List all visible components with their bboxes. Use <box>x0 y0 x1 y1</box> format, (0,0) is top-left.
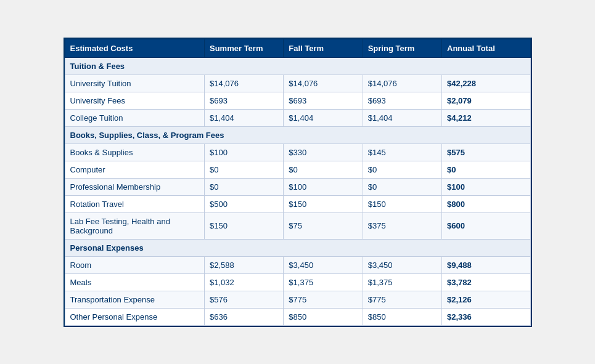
row-summer-university-tuition: $14,076 <box>205 75 284 92</box>
row-spring-professional-membership: $0 <box>363 178 441 195</box>
table-row: Lab Fee Testing, Health and Background$1… <box>65 212 530 239</box>
row-summer-room: $2,588 <box>205 256 284 273</box>
row-spring-other-personal-expense: $850 <box>363 308 441 325</box>
table-header-row: Estimated Costs Summer Term Fall Term Sp… <box>65 39 530 57</box>
row-summer-professional-membership: $0 <box>205 178 284 195</box>
row-fall-transportation-expense: $775 <box>284 291 363 308</box>
header-annual-total: Annual Total <box>442 39 530 57</box>
row-name-books-supplies: Books & Supplies <box>65 144 205 161</box>
row-spring-transportation-expense: $775 <box>363 291 441 308</box>
row-summer-transportation-expense: $576 <box>205 291 284 308</box>
row-fall-room: $3,450 <box>284 256 363 273</box>
row-name-other-personal-expense: Other Personal Expense <box>65 308 205 325</box>
row-spring-room: $3,450 <box>363 256 441 273</box>
row-name-university-tuition: University Tuition <box>65 75 205 92</box>
table-row: Computer$0$0$0$0 <box>65 161 530 178</box>
row-fall-books-supplies: $330 <box>284 144 363 161</box>
table-row: Room$2,588$3,450$3,450$9,488 <box>65 256 530 273</box>
table-row: College Tuition$1,404$1,404$1,404$4,212 <box>65 109 530 126</box>
section-header-2: Personal Expenses <box>65 239 530 256</box>
row-annual-transportation-expense: $2,126 <box>442 291 530 308</box>
row-fall-university-fees: $693 <box>284 92 363 109</box>
row-spring-meals: $1,375 <box>363 273 441 291</box>
row-spring-computer: $0 <box>363 161 441 178</box>
table-row: Transportation Expense$576$775$775$2,126 <box>65 291 530 308</box>
table-body: Tuition & FeesUniversity Tuition$14,076$… <box>65 57 530 325</box>
row-annual-books-supplies: $575 <box>442 144 530 161</box>
row-spring-books-supplies: $145 <box>363 144 441 161</box>
table-row: Rotation Travel$500$150$150$800 <box>65 195 530 212</box>
header-spring-term: Spring Term <box>363 39 441 57</box>
row-spring-rotation-travel: $150 <box>363 195 441 212</box>
row-spring-university-fees: $693 <box>363 92 441 109</box>
row-annual-rotation-travel: $800 <box>442 195 530 212</box>
row-summer-college-tuition: $1,404 <box>205 109 284 126</box>
row-name-meals: Meals <box>65 273 205 291</box>
table-row: Professional Membership$0$100$0$100 <box>65 178 530 195</box>
row-name-rotation-travel: Rotation Travel <box>65 195 205 212</box>
row-name-professional-membership: Professional Membership <box>65 178 205 195</box>
row-annual-room: $9,488 <box>442 256 530 273</box>
row-spring-university-tuition: $14,076 <box>363 75 441 92</box>
row-fall-meals: $1,375 <box>284 273 363 291</box>
cost-table-container: Estimated Costs Summer Term Fall Term Sp… <box>64 38 532 327</box>
table-row: University Fees$693$693$693$2,079 <box>65 92 530 109</box>
row-summer-meals: $1,032 <box>205 273 284 291</box>
section-header-1: Books, Supplies, Class, & Program Fees <box>65 126 530 144</box>
row-summer-computer: $0 <box>205 161 284 178</box>
table-row: University Tuition$14,076$14,076$14,076$… <box>65 75 530 92</box>
row-annual-professional-membership: $100 <box>442 178 530 195</box>
row-summer-books-supplies: $100 <box>205 144 284 161</box>
estimated-costs-table: Estimated Costs Summer Term Fall Term Sp… <box>65 39 531 326</box>
row-fall-professional-membership: $100 <box>284 178 363 195</box>
row-fall-computer: $0 <box>284 161 363 178</box>
row-annual-university-fees: $2,079 <box>442 92 530 109</box>
row-summer-university-fees: $693 <box>205 92 284 109</box>
row-fall-university-tuition: $14,076 <box>284 75 363 92</box>
row-fall-rotation-travel: $150 <box>284 195 363 212</box>
row-annual-college-tuition: $4,212 <box>442 109 530 126</box>
row-name-room: Room <box>65 256 205 273</box>
row-name-university-fees: University Fees <box>65 92 205 109</box>
row-name-computer: Computer <box>65 161 205 178</box>
row-annual-meals: $3,782 <box>442 273 530 291</box>
header-summer-term: Summer Term <box>205 39 284 57</box>
row-fall-lab-fee-testing: $75 <box>284 212 363 239</box>
row-annual-lab-fee-testing: $600 <box>442 212 530 239</box>
row-annual-computer: $0 <box>442 161 530 178</box>
row-summer-lab-fee-testing: $150 <box>205 212 284 239</box>
table-row: Other Personal Expense$636$850$850$2,336 <box>65 308 530 325</box>
row-fall-college-tuition: $1,404 <box>284 109 363 126</box>
row-name-lab-fee-testing: Lab Fee Testing, Health and Background <box>65 212 205 239</box>
row-fall-other-personal-expense: $850 <box>284 308 363 325</box>
section-label-0: Tuition & Fees <box>65 57 530 75</box>
row-annual-other-personal-expense: $2,336 <box>442 308 530 325</box>
row-summer-rotation-travel: $500 <box>205 195 284 212</box>
row-summer-other-personal-expense: $636 <box>205 308 284 325</box>
row-name-college-tuition: College Tuition <box>65 109 205 126</box>
section-label-1: Books, Supplies, Class, & Program Fees <box>65 126 530 144</box>
row-name-transportation-expense: Transportation Expense <box>65 291 205 308</box>
header-fall-term: Fall Term <box>284 39 363 57</box>
table-row: Meals$1,032$1,375$1,375$3,782 <box>65 273 530 291</box>
header-estimated-costs: Estimated Costs <box>65 39 205 57</box>
row-annual-university-tuition: $42,228 <box>442 75 530 92</box>
row-spring-college-tuition: $1,404 <box>363 109 441 126</box>
section-header-0: Tuition & Fees <box>65 57 530 75</box>
row-spring-lab-fee-testing: $375 <box>363 212 441 239</box>
section-label-2: Personal Expenses <box>65 239 530 256</box>
table-row: Books & Supplies$100$330$145$575 <box>65 144 530 161</box>
